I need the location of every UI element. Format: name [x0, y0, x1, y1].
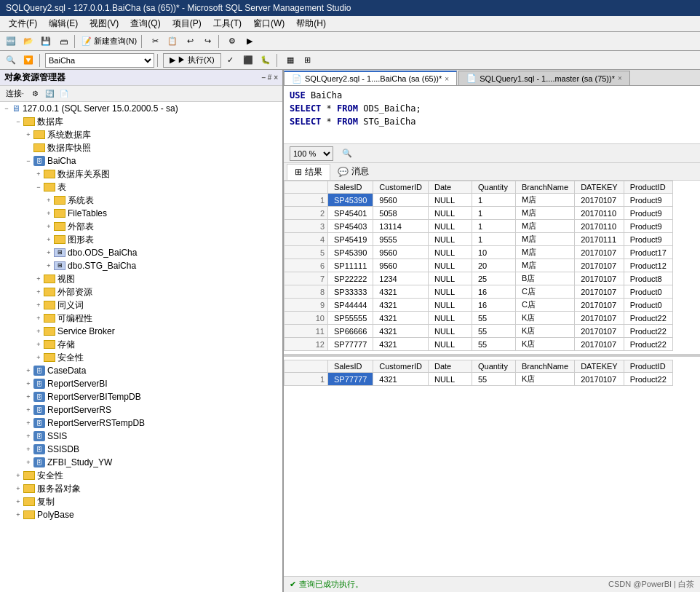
- table-cell[interactable]: 4321: [373, 325, 429, 338]
- table-cell[interactable]: 5: [285, 246, 328, 259]
- table-cell[interactable]: 20170107: [575, 338, 624, 351]
- tab-close-2[interactable]: ×: [618, 74, 622, 82]
- database-select[interactable]: BaiCha: [45, 53, 154, 68]
- table-cell[interactable]: Product9: [624, 220, 672, 233]
- table-row[interactable]: 1SP777774321NULL55K店20170107Product22: [285, 373, 673, 386]
- sql-editor[interactable]: USE BaiCha SELECT * FROM ODS_BaiCha; SEL…: [284, 86, 700, 144]
- table-cell[interactable]: Product22: [624, 325, 672, 338]
- results-btn[interactable]: ▦: [282, 53, 298, 68]
- table-cell[interactable]: M店: [515, 259, 574, 272]
- new-query-btn[interactable]: 📝 新建查询(N): [80, 34, 138, 49]
- rsrstmp-node[interactable]: + 🗄 ReportServerRSTempDB: [0, 417, 282, 430]
- table-cell[interactable]: SP45390: [328, 246, 373, 259]
- table-cell[interactable]: 4321: [373, 373, 429, 386]
- filter-btn[interactable]: 🔽: [20, 53, 36, 68]
- table-cell[interactable]: 4321: [373, 312, 429, 325]
- ssisdb-node[interactable]: + 🗄 SSISDB: [0, 443, 282, 456]
- table-cell[interactable]: 12: [285, 338, 328, 351]
- properties-icon[interactable]: 📄: [57, 87, 71, 100]
- table-cell[interactable]: NULL: [428, 299, 472, 312]
- table-cell[interactable]: SP77777: [328, 373, 373, 386]
- table-cell[interactable]: NULL: [428, 220, 472, 233]
- table-cell[interactable]: M店: [515, 246, 574, 259]
- table-cell[interactable]: SP77777: [328, 338, 373, 351]
- table-cell[interactable]: SP45403: [328, 220, 373, 233]
- table-cell[interactable]: SP11111: [328, 259, 373, 272]
- databases-node[interactable]: − 数据库: [0, 115, 282, 128]
- table-cell[interactable]: M店: [515, 220, 574, 233]
- menu-file[interactable]: 文件(F): [3, 16, 43, 31]
- table-cell[interactable]: NULL: [428, 285, 472, 299]
- table-row[interactable]: 3SP4540313114NULL1M店20170110Product9: [285, 220, 673, 233]
- filetables-node[interactable]: + FileTables: [0, 207, 282, 220]
- service-broker-node[interactable]: + Service Broker: [0, 325, 282, 338]
- table-cell[interactable]: NULL: [428, 373, 472, 386]
- table-cell[interactable]: 7: [285, 272, 328, 285]
- run-btn[interactable]: ▶: [242, 34, 258, 49]
- casedata-node[interactable]: + 🗄 CaseData: [0, 364, 282, 377]
- new-btn[interactable]: 🆕: [3, 34, 19, 49]
- menu-query[interactable]: 查询(Q): [124, 16, 166, 31]
- table-cell[interactable]: 6: [285, 259, 328, 272]
- save-btn[interactable]: 💾: [38, 34, 54, 49]
- table-cell[interactable]: 20170107: [575, 259, 624, 272]
- table-cell[interactable]: 10: [472, 246, 515, 259]
- result-tab-messages[interactable]: 💬 消息: [330, 164, 376, 179]
- synonyms-node[interactable]: + 同义词: [0, 299, 282, 312]
- table-cell[interactable]: NULL: [428, 272, 472, 285]
- server-objects-node[interactable]: + 服务器对象: [0, 482, 282, 495]
- rsbi-node[interactable]: + 🗄 ReportServerBI: [0, 377, 282, 390]
- table-cell[interactable]: 9560: [373, 194, 429, 207]
- table-cell[interactable]: 9: [285, 299, 328, 312]
- table-cell[interactable]: 1234: [373, 272, 429, 285]
- table-cell[interactable]: 5058: [373, 207, 429, 220]
- zoom-btn[interactable]: 🔍: [339, 146, 355, 161]
- table-cell[interactable]: Product9: [624, 194, 672, 207]
- table-row[interactable]: 7SP222221234NULL25B店20170107Product8: [285, 272, 673, 285]
- table-cell[interactable]: 9555: [373, 233, 429, 246]
- table-cell[interactable]: 1: [285, 194, 328, 207]
- db-expand[interactable]: −: [13, 117, 23, 127]
- table-cell[interactable]: Product22: [624, 312, 672, 325]
- programmability-node[interactable]: + 可编程性: [0, 312, 282, 325]
- table-cell[interactable]: M店: [515, 233, 574, 246]
- table-cell[interactable]: SP55555: [328, 312, 373, 325]
- table-cell[interactable]: 20170107: [575, 312, 624, 325]
- table-cell[interactable]: NULL: [428, 246, 472, 259]
- rsrs-node[interactable]: + 🗄 ReportServerRS: [0, 403, 282, 417]
- table-cell[interactable]: 20170107: [575, 299, 624, 312]
- zfbi-node[interactable]: + 🗄 ZFBI_Study_YW: [0, 456, 282, 469]
- menu-view[interactable]: 视图(V): [84, 16, 124, 31]
- table-cell[interactable]: 4321: [373, 299, 429, 312]
- storage-node[interactable]: + 存储: [0, 338, 282, 351]
- table-cell[interactable]: K店: [515, 312, 574, 325]
- table-cell[interactable]: NULL: [428, 338, 472, 351]
- undo-btn[interactable]: ↩: [182, 34, 198, 49]
- views-node[interactable]: + 视图: [0, 272, 282, 285]
- table-cell[interactable]: Product22: [624, 338, 672, 351]
- ssis-node[interactable]: + 🗄 SSIS: [0, 430, 282, 443]
- server-expand[interactable]: −: [1, 103, 12, 114]
- table-cell[interactable]: 8: [285, 285, 328, 299]
- save-all-btn[interactable]: 🗃: [55, 34, 71, 49]
- graph-tables-node[interactable]: + 图形表: [0, 233, 282, 246]
- table-cell[interactable]: 20170107: [575, 194, 624, 207]
- ext-tables-node[interactable]: + 外部表: [0, 220, 282, 233]
- result-tab-grid[interactable]: ⊞ 结果: [287, 164, 330, 180]
- redo-btn[interactable]: ↪: [199, 34, 215, 49]
- table-cell[interactable]: 55: [472, 312, 515, 325]
- menu-tools[interactable]: 工具(T): [207, 16, 247, 31]
- h-splitter[interactable]: [284, 354, 700, 357]
- paste-btn[interactable]: 📋: [164, 34, 180, 49]
- menu-window[interactable]: 窗口(W): [247, 16, 290, 31]
- refresh-icon[interactable]: 🔄: [43, 87, 56, 100]
- table-cell[interactable]: NULL: [428, 233, 472, 246]
- zoom-select[interactable]: 100 %: [290, 146, 333, 161]
- table-cell[interactable]: 13114: [373, 220, 429, 233]
- polybase-node[interactable]: + PolyBase: [0, 508, 282, 521]
- baicha-db-node[interactable]: − 🗄 BaiCha: [0, 154, 282, 167]
- menu-project[interactable]: 项目(P): [167, 16, 207, 31]
- table-cell[interactable]: 2: [285, 207, 328, 220]
- table-row[interactable]: 9SP444444321NULL16C店20170107Product0: [285, 299, 673, 312]
- table-cell[interactable]: C店: [515, 299, 574, 312]
